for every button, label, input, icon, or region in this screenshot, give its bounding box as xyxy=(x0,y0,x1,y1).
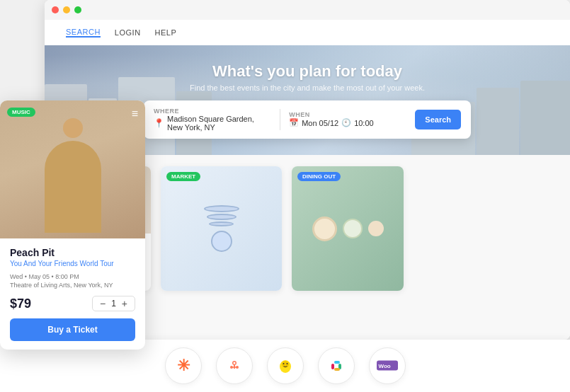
when-value: 📅 Mon 05/12 🕙 10:00 xyxy=(289,118,406,127)
calendar-icon: 📅 xyxy=(289,118,299,127)
minimize-dot[interactable] xyxy=(63,6,70,13)
svg-rect-12 xyxy=(334,361,340,364)
where-label: Where xyxy=(154,108,271,115)
search-button[interactable]: Search xyxy=(415,110,461,129)
ticket-card-image: MUSIC ≡ xyxy=(0,100,145,238)
integration-hubspot[interactable] xyxy=(216,347,253,384)
plates-decoration xyxy=(204,205,239,252)
asterisk-icon: ✳ xyxy=(177,357,190,375)
when-date: Mon 05/12 xyxy=(302,119,338,127)
fullscreen-dot[interactable] xyxy=(74,6,81,13)
slack-icon xyxy=(327,357,346,375)
hero-text: What's you plan for today Find the best … xyxy=(190,62,425,92)
buy-ticket-button[interactable]: Buy a Ticket xyxy=(10,318,135,341)
site-nav: SEARCH LOGIN HELP xyxy=(45,20,570,45)
ticket-pricing: $79 − 1 + xyxy=(10,296,135,311)
qty-value: 1 xyxy=(111,299,116,309)
ticket-meta-location: Theatre of Living Arts, New York, NY xyxy=(10,282,135,289)
ticket-card: MUSIC ≡ Peach Pit You And Your Friends W… xyxy=(0,100,145,350)
menu-icon[interactable]: ≡ xyxy=(132,108,138,120)
ticket-event-name: Peach Pit xyxy=(10,247,135,258)
ticket-quantity: − 1 + xyxy=(92,296,135,311)
mailchimp-icon xyxy=(276,357,295,375)
nav-help[interactable]: HELP xyxy=(155,28,177,37)
person-figure xyxy=(38,118,108,238)
music-badge: MUSIC xyxy=(7,108,35,117)
ticket-price: $79 xyxy=(10,296,31,311)
person-head xyxy=(63,118,83,138)
svg-text:Woo: Woo xyxy=(378,363,390,369)
svg-point-10 xyxy=(286,363,287,364)
event-card-market[interactable]: MARKET Old But Gold Vintage Market Sat–S… xyxy=(161,166,282,291)
integration-woo[interactable]: Woo xyxy=(369,347,406,384)
hero-subtitle: Find the best events in the city and mak… xyxy=(190,83,425,92)
where-text: Madison Square Garden, New York, NY xyxy=(167,115,271,132)
ticket-meta-date: Wed • May 05 • 8:00 PM xyxy=(10,273,135,280)
nav-login[interactable]: LOGIN xyxy=(115,28,141,37)
dining-badge: DINING OUT xyxy=(297,172,341,181)
close-dot[interactable] xyxy=(52,6,59,13)
pin-icon: 📍 xyxy=(154,118,164,128)
ticket-card-body: Peach Pit You And Your Friends World Tou… xyxy=(0,238,145,350)
nav-search[interactable]: SEARCH xyxy=(66,28,101,38)
hubspot-icon xyxy=(226,357,243,374)
svg-rect-14 xyxy=(334,368,340,371)
integration-slack[interactable] xyxy=(318,347,355,384)
when-label: When xyxy=(289,111,406,118)
market-event-image: MARKET xyxy=(161,166,282,291)
event-card-dining[interactable]: DINING OUT Bite for The People Snacks & … xyxy=(292,166,404,291)
svg-rect-11 xyxy=(331,364,334,369)
svg-point-9 xyxy=(283,363,284,364)
search-box: Where 📍 Madison Square Garden, New York,… xyxy=(144,100,471,139)
qty-decrease-button[interactable]: − xyxy=(98,298,107,309)
person-body xyxy=(45,141,101,233)
integration-mailchimp[interactable] xyxy=(267,347,304,384)
when-field[interactable]: When 📅 Mon 05/12 🕙 10:00 xyxy=(289,111,406,127)
browser-chrome xyxy=(45,0,570,20)
dining-event-image: DINING OUT xyxy=(292,166,404,291)
where-value: 📍 Madison Square Garden, New York, NY xyxy=(154,115,271,132)
when-time: 10:00 xyxy=(354,119,374,127)
clock-icon: 🕙 xyxy=(341,118,351,127)
hero-title: What's you plan for today xyxy=(190,62,425,81)
search-divider xyxy=(280,109,280,130)
ticket-event-subtitle: You And Your Friends World Tour xyxy=(10,260,135,267)
qty-increase-button[interactable]: + xyxy=(120,298,129,309)
integration-asterisk[interactable]: ✳ xyxy=(165,347,202,384)
svg-point-1 xyxy=(233,362,235,364)
where-field[interactable]: Where 📍 Madison Square Garden, New York,… xyxy=(154,108,271,132)
woo-icon: Woo xyxy=(377,359,398,372)
market-badge: MARKET xyxy=(166,172,200,181)
